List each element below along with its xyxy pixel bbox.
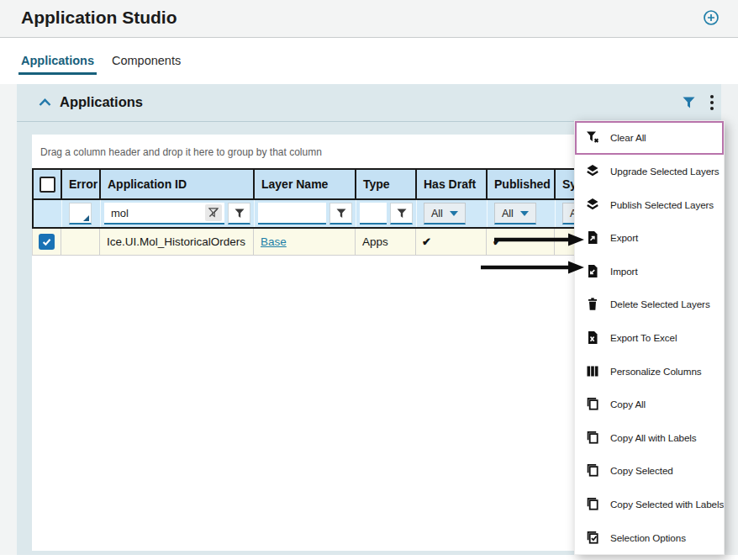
menu-item-label: Copy Selected xyxy=(610,465,673,476)
menu-item-personalize-columns[interactable]: Personalize Columns xyxy=(575,354,724,388)
menu-item-label: Personalize Columns xyxy=(610,366,702,377)
select-all-cell xyxy=(34,170,62,198)
row-has-draft-check: ✔ xyxy=(416,229,487,255)
group-by-hint: Drag a column header and drop it here to… xyxy=(40,146,322,158)
filter-cell-select xyxy=(34,200,62,227)
published-filter-value: All xyxy=(502,208,514,219)
filter-cell-published: All xyxy=(488,200,556,227)
menu-item-copy-selected-with-labels[interactable]: Copy Selected with Labels xyxy=(575,488,724,521)
copy-icon xyxy=(586,397,599,411)
filter-cell-application-id: mol xyxy=(101,200,255,227)
chevron-down-icon xyxy=(520,211,529,216)
filter-cell-error xyxy=(62,200,101,227)
type-filter-funnel-button[interactable] xyxy=(390,203,413,225)
row-error-cell xyxy=(61,229,100,255)
application-id-filter-funnel-button[interactable] xyxy=(228,203,250,225)
filter-cell-layer-name xyxy=(255,200,356,227)
column-header-type[interactable]: Type xyxy=(356,170,417,198)
layers-icon xyxy=(586,164,599,178)
layer-name-filter-funnel-button[interactable] xyxy=(329,203,352,225)
file-import-icon xyxy=(586,264,599,278)
menu-item-export-to-excel[interactable]: Export To Excel xyxy=(575,321,724,355)
filter-cell-type xyxy=(356,200,417,227)
file-export-icon xyxy=(586,230,599,245)
page-title: Application Studio xyxy=(21,8,177,28)
annotation-arrow-export xyxy=(494,233,584,246)
copy-icon xyxy=(586,497,599,511)
column-header-published[interactable]: Published xyxy=(488,170,556,198)
filter-clear-icon xyxy=(586,130,599,145)
kebab-vertical-icon[interactable] xyxy=(709,94,715,111)
tab-applications[interactable]: Applications xyxy=(18,39,97,75)
menu-item-label: Export To Excel xyxy=(610,332,677,343)
layer-name-link[interactable]: Base xyxy=(261,235,287,248)
menu-item-selection-options[interactable]: Selection Options xyxy=(575,520,724,554)
menu-item-copy-selected[interactable]: Copy Selected xyxy=(575,454,724,488)
column-header-has-draft[interactable]: Has Draft xyxy=(417,170,488,198)
menu-item-export[interactable]: Export xyxy=(575,221,724,255)
chevron-down-icon xyxy=(450,211,458,216)
row-layer-name-cell: Base xyxy=(254,229,356,255)
menu-item-label: Selection Options xyxy=(610,532,686,543)
menu-item-copy-all-with-labels[interactable]: Copy All with Labels xyxy=(575,420,724,454)
panel-title: Applications xyxy=(60,94,143,110)
application-id-filter-input[interactable]: mol xyxy=(104,203,224,225)
tab-bar: Applications Components xyxy=(0,39,738,74)
menu-item-upgrade-selected-layers[interactable]: Upgrade Selected Layers xyxy=(575,155,724,188)
row-type-cell: Apps xyxy=(356,229,416,255)
column-header-error[interactable]: Error xyxy=(62,170,101,198)
error-filter-dropdown[interactable] xyxy=(69,203,92,225)
funnel-icon[interactable] xyxy=(683,97,695,108)
menu-item-label: Publish Selected Layers xyxy=(610,199,714,210)
menu-item-label: Upgrade Selected Layers xyxy=(610,166,720,177)
menu-item-label: Copy All with Labels xyxy=(610,432,697,443)
menu-item-clear-all[interactable]: Clear All xyxy=(575,121,724,155)
copy-icon xyxy=(586,431,599,445)
menu-item-label: Copy All xyxy=(610,399,646,409)
select-all-checkbox[interactable] xyxy=(40,177,55,193)
trash-icon xyxy=(586,297,599,311)
has-draft-filter-value: All xyxy=(431,208,443,219)
copy-icon xyxy=(586,463,599,478)
file-excel-icon xyxy=(586,330,599,345)
layer-name-filter-input[interactable] xyxy=(258,203,326,225)
application-studio-page: Application Studio Applications Componen… xyxy=(0,0,738,560)
menu-item-delete-selected-layers[interactable]: Delete Selected Layers xyxy=(575,288,724,321)
grid-context-menu: Clear All Upgrade Selected Layers Publis… xyxy=(574,120,725,555)
menu-item-label: Clear All xyxy=(610,132,646,143)
menu-item-copy-all[interactable]: Copy All xyxy=(575,388,724,421)
type-filter-input[interactable] xyxy=(360,203,387,225)
clear-filter-icon[interactable] xyxy=(205,204,222,221)
menu-item-publish-selected-layers[interactable]: Publish Selected Layers xyxy=(575,188,724,221)
menu-item-label: Import xyxy=(610,266,638,277)
filter-cell-has-draft: All xyxy=(417,200,488,227)
tab-components[interactable]: Components xyxy=(109,39,183,72)
menu-item-import[interactable]: Import xyxy=(575,254,724,288)
chevron-up-icon[interactable] xyxy=(39,98,51,107)
copy-check-icon xyxy=(586,531,599,545)
has-draft-filter-dropdown[interactable]: All xyxy=(424,203,466,225)
menu-item-label: Delete Selected Layers xyxy=(610,298,710,309)
panel-header: Applications xyxy=(17,84,721,122)
columns-icon xyxy=(586,364,599,378)
published-filter-dropdown[interactable]: All xyxy=(494,203,536,225)
menu-item-label: Export xyxy=(610,232,638,243)
application-id-filter-value: mol xyxy=(111,207,129,219)
menu-item-label: Copy Selected with Labels xyxy=(610,499,724,510)
column-header-layer-name[interactable]: Layer Name xyxy=(255,170,356,198)
left-gutter xyxy=(0,84,17,555)
row-select-cell xyxy=(33,229,61,255)
column-header-application-id[interactable]: Application ID xyxy=(101,170,255,198)
layers-icon xyxy=(586,198,599,212)
app-header-bar: Application Studio xyxy=(0,0,738,38)
plus-circle-icon[interactable] xyxy=(703,9,720,26)
row-application-id-cell: Ice.UI.Mol_HistoricalOrders xyxy=(100,229,254,255)
row-checkbox-checked[interactable] xyxy=(39,234,55,250)
annotation-arrow-import xyxy=(481,261,584,274)
